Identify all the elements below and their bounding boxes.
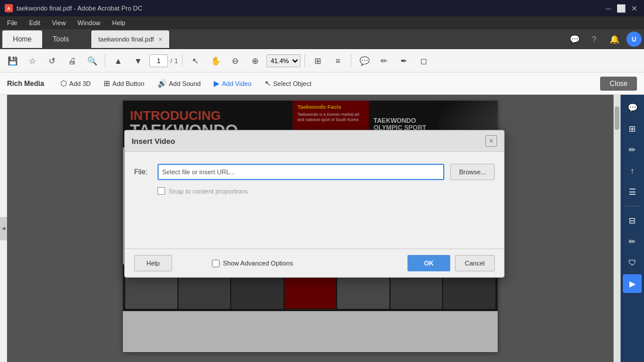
stamp-tool-button[interactable]: ◻ [415, 52, 433, 70]
add-button-button[interactable]: ⊞ Add Button [98, 75, 150, 92]
file-input[interactable] [157, 164, 444, 180]
tab-tools[interactable]: Tools [42, 30, 80, 48]
tab-close-button[interactable]: × [159, 36, 162, 43]
view-mode-button[interactable]: ⊞ [309, 52, 327, 70]
show-advanced-checkbox[interactable] [212, 260, 220, 267]
toolbar-separator-2 [182, 54, 183, 67]
user-avatar[interactable]: U [626, 32, 642, 47]
select-object-button[interactable]: ↖ Select Object [259, 75, 317, 92]
pan-tool-button[interactable]: ✋ [207, 52, 224, 70]
menu-help[interactable]: Help [107, 18, 130, 27]
tab-file[interactable]: taekwondo final.pdf × [91, 30, 169, 48]
bookmark-button[interactable]: ☆ [23, 52, 41, 70]
help-button[interactable]: Help [134, 255, 172, 271]
add-3d-button[interactable]: ⬡ Add 3D [54, 75, 97, 92]
menu-file[interactable]: File [2, 18, 22, 27]
menu-window[interactable]: Window [73, 18, 105, 27]
zoom-in-button[interactable]: ⊕ [246, 52, 264, 70]
chat-icon[interactable]: 💬 [567, 32, 582, 47]
toolbar-separator-1 [105, 54, 105, 67]
right-panel-separator [625, 206, 639, 206]
zoom-select[interactable]: 41.4% [266, 54, 300, 67]
zoom-out-toolbar-button[interactable]: 🔍 [83, 52, 101, 70]
notification-icon[interactable]: 🔔 [607, 32, 622, 47]
help-icon[interactable]: ? [587, 32, 602, 47]
dialog-spacer [134, 202, 495, 237]
rp-comment-button[interactable]: 💬 [623, 98, 642, 117]
prev-page-button[interactable]: ▲ [109, 52, 127, 70]
title-bar: A taekwondo final.pdf - Adobe Acrobat Pr… [0, 0, 644, 16]
page-separator: / [170, 57, 172, 64]
show-advanced-label: Show Advanced Options [223, 260, 293, 267]
rp-layer-button[interactable]: ⊞ [623, 119, 642, 138]
scroll-mode-button[interactable]: ≡ [329, 52, 347, 70]
add-video-button[interactable]: ▶ Add Video [208, 75, 258, 92]
pdf-viewer[interactable]: INTRODUCING TAEKWONDO Taekwondo Facts Ta… [7, 95, 614, 362]
refresh-button[interactable]: ↺ [43, 52, 61, 70]
snap-label: Snap to content proportions [169, 188, 248, 195]
main-toolbar: 💾 ☆ ↺ 🖨 🔍 ▲ ▼ / 1 ↖ ✋ ⊖ ⊕ 41.4% ⊞ ≡ 💬 ✏ … [0, 49, 644, 73]
select-object-icon: ↖ [265, 79, 271, 88]
tab-bar: Home Tools taekwondo final.pdf × 💬 ? 🔔 U [0, 29, 644, 49]
app-icon: A [5, 4, 13, 12]
tab-home[interactable]: Home [2, 30, 42, 48]
restore-button[interactable]: ⬜ [616, 3, 626, 13]
snap-row: Snap to content proportions [157, 187, 495, 195]
dialog-body: File: Browse... Snap to content proporti… [125, 152, 504, 249]
toolbar-separator-4 [351, 54, 351, 67]
menu-edit[interactable]: Edit [25, 18, 45, 27]
page-total: 1 [174, 57, 178, 64]
menu-bar: File Edit View Window Help [0, 16, 644, 29]
window-title: taekwondo final.pdf - Adobe Acrobat Pro … [16, 5, 142, 12]
add-video-icon: ▶ [214, 79, 220, 88]
add-sound-button[interactable]: 🔊 Add Sound [152, 75, 207, 92]
zoom-out-button[interactable]: ⊖ [227, 52, 244, 70]
page-number-input[interactable] [149, 54, 168, 67]
rp-edit-button[interactable]: ✏ [623, 140, 642, 159]
ok-button[interactable]: OK [407, 255, 450, 271]
rp-redact-button[interactable]: ✏ [623, 232, 642, 251]
main-area: ◀ INTRODUCING TAEKWONDO Taekwondo Facts … [0, 95, 644, 362]
rich-media-close-button[interactable]: Close [600, 77, 637, 91]
dialog-overlay: Insert Video × File: Browse... Snap to c… [7, 95, 614, 362]
signature-tool-button[interactable]: ✒ [395, 52, 413, 70]
comment-tool-button[interactable]: 💬 [355, 52, 373, 70]
dialog-footer: Help Show Advanced Options OK Cancel [125, 249, 504, 277]
page-indicator: / 1 [149, 54, 178, 67]
rp-export-button[interactable]: ↑ [623, 161, 642, 180]
cancel-button[interactable]: Cancel [455, 255, 495, 271]
tab-file-label: taekwondo final.pdf [98, 36, 154, 43]
insert-video-dialog: Insert Video × File: Browse... Snap to c… [124, 130, 505, 278]
add-3d-icon: ⬡ [60, 79, 67, 88]
rich-media-toolbar: Rich Media ⬡ Add 3D ⊞ Add Button 🔊 Add S… [0, 73, 644, 95]
show-advanced-row: Show Advanced Options [212, 260, 293, 267]
browse-button[interactable]: Browse... [450, 164, 495, 180]
scroll-thumb[interactable] [615, 106, 619, 130]
rp-protect-button[interactable]: 🛡 [623, 253, 642, 272]
add-button-icon: ⊞ [104, 79, 110, 88]
dialog-title-bar: Insert Video × [125, 130, 504, 152]
next-page-button[interactable]: ▼ [129, 52, 147, 70]
rp-video-button[interactable]: ▶ [623, 274, 642, 293]
dialog-title: Insert Video [132, 137, 175, 146]
toolbar-separator-3 [304, 54, 305, 67]
right-panel: 💬 ⊞ ✏ ↑ ☰ ⊟ ✏ 🛡 ▶ [621, 95, 644, 362]
window-controls: ─ ⬜ ✕ [603, 3, 639, 13]
minimize-button[interactable]: ─ [603, 3, 614, 13]
file-label: File: [134, 168, 152, 176]
collapse-panel-button[interactable]: ◀ [0, 217, 7, 240]
snap-checkbox[interactable] [157, 187, 165, 195]
vertical-scrollbar[interactable] [614, 95, 621, 362]
rp-compare-button[interactable]: ⊟ [623, 211, 642, 230]
dialog-close-button[interactable]: × [485, 135, 497, 147]
file-row: File: Browse... [134, 164, 495, 180]
rp-organize-button[interactable]: ☰ [623, 182, 642, 201]
close-window-button[interactable]: ✕ [629, 3, 639, 13]
select-tool-button[interactable]: ↖ [187, 52, 204, 70]
print-button[interactable]: 🖨 [63, 52, 81, 70]
save-button[interactable]: 💾 [4, 52, 21, 70]
menu-view[interactable]: View [47, 18, 71, 27]
pencil-tool-button[interactable]: ✏ [375, 52, 393, 70]
add-sound-icon: 🔊 [157, 79, 167, 88]
rich-media-label: Rich Media [7, 80, 44, 88]
